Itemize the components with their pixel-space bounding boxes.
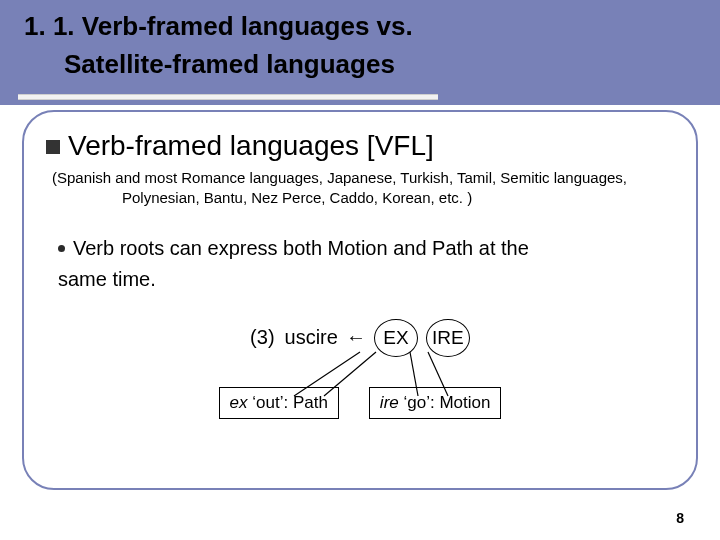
bullet-text-line2: same time. <box>58 266 674 293</box>
square-bullet-icon <box>46 140 60 154</box>
example-number: (3) <box>250 326 274 349</box>
slide-header: 1. 1. Verb-framed languages vs. Satellit… <box>0 0 720 105</box>
section-parenthetical: (Spanish and most Romance languages, Jap… <box>52 168 674 209</box>
title-underline <box>18 94 438 100</box>
section-title: Verb-framed languages [VFL] <box>68 130 434 162</box>
morpheme-ex-label: EX <box>383 327 408 349</box>
definition-row: ex ‘out’: Path ire ‘go’: Motion <box>46 387 674 419</box>
bullet-text-line1: Verb roots can express both Motion and P… <box>73 235 529 262</box>
page-number: 8 <box>676 510 684 526</box>
dot-bullet-icon <box>58 245 65 252</box>
arrow-left-icon: ← <box>346 326 366 349</box>
morpheme-ex-circle: EX <box>374 319 418 357</box>
morpheme-ire-circle: IRE <box>426 319 470 357</box>
content-panel: Verb-framed languages [VFL] (Spanish and… <box>22 110 698 490</box>
bullet-row: Verb roots can express both Motion and P… <box>58 235 674 262</box>
slide-title: 1. 1. Verb-framed languages vs. Satellit… <box>24 8 720 83</box>
definition-ex-box: ex ‘out’: Path <box>219 387 339 419</box>
section-heading-row: Verb-framed languages [VFL] <box>46 130 674 162</box>
example-row: (3) uscire ← EX IRE <box>46 319 674 357</box>
def-ire-gloss: ‘go’: Motion <box>399 393 491 412</box>
def-ex-gloss: ‘out’: Path <box>248 393 328 412</box>
def-ex-term: ex <box>230 393 248 412</box>
def-ire-term: ire <box>380 393 399 412</box>
definition-ire-box: ire ‘go’: Motion <box>369 387 502 419</box>
title-line1: 1. 1. Verb-framed languages vs. <box>24 11 413 41</box>
morpheme-ire-label: IRE <box>432 327 464 349</box>
title-line2: Satellite-framed languages <box>24 49 395 79</box>
example-word: uscire <box>285 326 338 349</box>
